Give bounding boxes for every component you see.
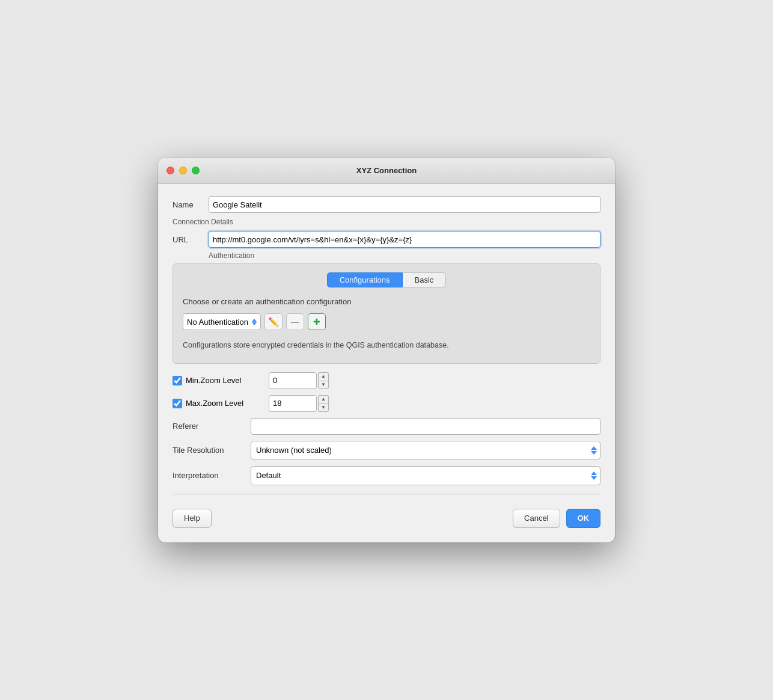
titlebar: XYZ Connection bbox=[158, 158, 615, 184]
interpretation-row: Interpretation Default MapTiler Vector T… bbox=[173, 466, 600, 485]
tile-resolution-row: Tile Resolution Unknown (not scaled) Sta… bbox=[173, 441, 600, 460]
auth-dropdown-spinner bbox=[252, 319, 257, 325]
min-zoom-down-button[interactable]: ▼ bbox=[318, 381, 329, 389]
auth-note: Configurations store encrypted credentia… bbox=[183, 340, 590, 351]
min-zoom-label: Min.Zoom Level bbox=[186, 376, 241, 385]
remove-icon: — bbox=[291, 317, 299, 327]
remove-auth-button[interactable]: — bbox=[286, 313, 304, 330]
name-input[interactable] bbox=[209, 196, 600, 213]
help-button[interactable]: Help bbox=[173, 509, 212, 528]
edit-icon: ✏️ bbox=[268, 317, 278, 327]
minimize-button[interactable] bbox=[179, 167, 187, 174]
min-zoom-row: Min.Zoom Level ▲ ▼ bbox=[173, 372, 600, 389]
auth-description: Choose or create an authentication confi… bbox=[183, 297, 590, 306]
add-auth-button[interactable]: ✚ bbox=[308, 313, 326, 330]
tile-resolution-select[interactable]: Unknown (not scaled) Standard (256x256) … bbox=[251, 441, 600, 460]
auth-tab-bar: Configurations Basic bbox=[183, 272, 590, 287]
ok-button[interactable]: OK bbox=[566, 509, 601, 528]
interpretation-label: Interpretation bbox=[173, 471, 251, 480]
referer-input[interactable] bbox=[251, 418, 600, 435]
min-zoom-label-group: Min.Zoom Level bbox=[173, 376, 269, 385]
dialog-title: XYZ Connection bbox=[356, 166, 417, 175]
authentication-label: Authentication bbox=[209, 251, 600, 260]
cancel-button[interactable]: Cancel bbox=[513, 509, 560, 528]
interpretation-select-wrapper: Default MapTiler Vector Tiles bbox=[251, 466, 600, 485]
interpretation-select[interactable]: Default MapTiler Vector Tiles bbox=[251, 466, 600, 485]
min-zoom-stepper: ▲ ▼ bbox=[318, 372, 329, 389]
max-zoom-up-button[interactable]: ▲ bbox=[318, 395, 329, 404]
max-zoom-down-button[interactable]: ▼ bbox=[318, 404, 329, 412]
referer-label: Referer bbox=[173, 422, 251, 431]
min-zoom-checkbox[interactable] bbox=[173, 376, 182, 385]
spinner-up-icon bbox=[252, 319, 257, 322]
tab-configurations[interactable]: Configurations bbox=[327, 272, 403, 287]
max-zoom-row: Max.Zoom Level ▲ ▼ bbox=[173, 395, 600, 412]
connection-details-label: Connection Details bbox=[173, 218, 600, 226]
min-zoom-up-button[interactable]: ▲ bbox=[318, 372, 329, 381]
traffic-lights bbox=[167, 167, 200, 174]
name-row: Name bbox=[173, 196, 600, 213]
auth-dropdown[interactable]: No Authentication bbox=[183, 313, 261, 330]
xyz-connection-dialog: XYZ Connection Name Connection Details U… bbox=[158, 158, 615, 542]
auth-dropdown-value: No Authentication bbox=[187, 318, 248, 327]
close-button[interactable] bbox=[167, 167, 174, 174]
min-zoom-input[interactable] bbox=[269, 372, 317, 389]
url-label: URL bbox=[173, 235, 209, 244]
tab-basic[interactable]: Basic bbox=[403, 272, 447, 287]
max-zoom-input[interactable] bbox=[269, 395, 317, 412]
max-zoom-stepper: ▲ ▼ bbox=[318, 395, 329, 412]
max-zoom-checkbox[interactable] bbox=[173, 399, 182, 408]
spinner-down-icon bbox=[252, 322, 257, 325]
tile-resolution-select-wrapper: Unknown (not scaled) Standard (256x256) … bbox=[251, 441, 600, 460]
url-row: URL bbox=[173, 231, 600, 248]
max-zoom-label: Max.Zoom Level bbox=[186, 399, 243, 408]
referer-row: Referer bbox=[173, 418, 600, 435]
max-zoom-label-group: Max.Zoom Level bbox=[173, 399, 269, 408]
divider bbox=[173, 494, 600, 494]
edit-auth-button[interactable]: ✏️ bbox=[264, 313, 283, 330]
url-input[interactable] bbox=[209, 231, 600, 248]
maximize-button[interactable] bbox=[192, 167, 200, 174]
dialog-content: Name Connection Details URL Authenticati… bbox=[158, 184, 615, 542]
tile-resolution-label: Tile Resolution bbox=[173, 446, 251, 455]
authentication-section: Configurations Basic Choose or create an… bbox=[173, 263, 600, 364]
add-icon: ✚ bbox=[313, 317, 320, 327]
name-label: Name bbox=[173, 200, 209, 209]
button-row: Help Cancel OK bbox=[173, 503, 600, 530]
auth-controls: No Authentication ✏️ — ✚ bbox=[183, 313, 590, 330]
